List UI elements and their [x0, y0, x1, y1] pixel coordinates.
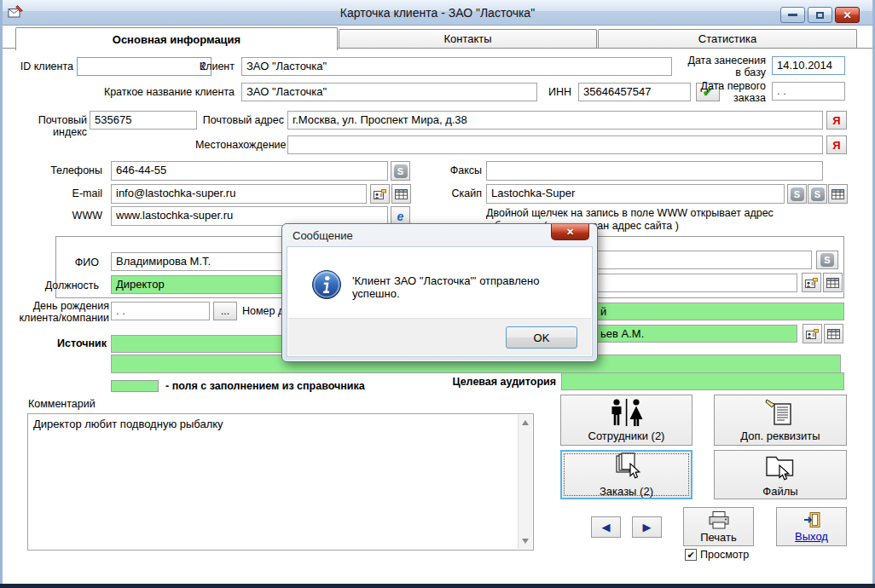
email-label: E-mail [61, 187, 102, 199]
contact-card-icon [374, 189, 386, 199]
close-button[interactable]: ✕ [835, 7, 860, 23]
yandex-map-location-button[interactable]: Я [826, 135, 847, 154]
green-legend-swatch [111, 380, 159, 392]
green-legend-text: - поля с заполнением из справочника [165, 380, 438, 392]
tab-statistics[interactable]: Статистика [598, 29, 857, 48]
yandex-icon: Я [832, 114, 840, 127]
first-order-date-field[interactable]: . . [772, 82, 845, 101]
orders-button-label: Заказы (2) [600, 485, 653, 498]
client-card-window: Карточка клиента - ЗАО "Ласточка" ✕ Осно… [0, 0, 875, 588]
checkbox-check-icon: ✔ [685, 549, 697, 561]
tab-main-info[interactable]: Основная информация [15, 27, 338, 50]
scroll-down-icon[interactable] [522, 539, 529, 544]
skype-call-button-2[interactable]: S [787, 184, 807, 204]
files-button[interactable]: Файлы [714, 450, 847, 499]
skype-list-button[interactable] [828, 184, 848, 204]
dialog-footer: OK [288, 318, 591, 355]
extra-details-button-label: Доп. реквизиты [740, 429, 820, 442]
fio-label: ФИО [49, 257, 99, 268]
scroll-up-icon[interactable] [522, 420, 529, 425]
employees-button-label: Сотрудники (2) [588, 429, 665, 442]
dialog-ok-button[interactable]: OK [506, 326, 577, 349]
inn-label: ИНН [541, 86, 571, 98]
www-label: WWW [61, 210, 102, 222]
title-bar[interactable]: Карточка клиента - ЗАО "Ласточка" ✕ [0, 0, 875, 26]
tab-contacts[interactable]: Контакты [339, 29, 597, 48]
client-id-label: ID клиента [12, 61, 73, 72]
people-icon [607, 399, 646, 426]
table-icon [395, 189, 408, 199]
orders-button[interactable]: Заказы (2) [560, 450, 692, 499]
next-record-button[interactable]: ▶ [632, 516, 662, 538]
source-label: Источник [43, 337, 107, 349]
contact-card-icon [805, 278, 818, 288]
email-field[interactable]: info@lastochka-super.ru [111, 184, 367, 204]
manager-list-button[interactable] [824, 324, 843, 343]
minimize-icon [788, 14, 797, 16]
postal-code-label: Почтовый индекс [2, 114, 87, 138]
table-icon [826, 278, 839, 288]
faxes-field[interactable] [486, 161, 823, 181]
prev-arrow-icon: ◀ [602, 521, 611, 533]
contact-skype-button[interactable]: S [816, 251, 838, 269]
employees-button[interactable]: Сотрудники (2) [560, 395, 692, 446]
files-button-label: Файлы [762, 485, 797, 498]
skype-icon: S [820, 253, 834, 267]
inn-field[interactable]: 35646457547 [578, 83, 691, 101]
minimize-button[interactable] [780, 7, 805, 23]
preview-checkbox[interactable]: ✔ Просмотр [685, 549, 749, 561]
tab-contacts-label: Контакты [443, 32, 491, 45]
document-pen-icon [765, 399, 796, 426]
exit-button-label: Выход [795, 530, 828, 543]
skype-add-icon: S [811, 187, 825, 201]
short-name-label: Краткое название клиента [92, 86, 235, 98]
skype-add-button[interactable]: S [808, 184, 827, 204]
extra-details-button[interactable]: Доп. реквизиты [714, 395, 847, 446]
table-icon [832, 189, 844, 199]
maximize-icon [816, 12, 824, 19]
location-label: Местонахождение [195, 139, 284, 151]
postal-address-field[interactable]: г.Москва, ул. Проспект Мира, д.38 [287, 111, 823, 130]
dialog-message: 'Клиент ЗАО "Ласточка"' отправлено успеш… [352, 274, 583, 300]
dialog-body: 'Клиент ЗАО "Ласточка"' отправлено успеш… [287, 246, 593, 357]
phones-field[interactable]: 646-44-55 [111, 161, 388, 181]
location-field[interactable] [287, 135, 823, 154]
print-button-label: Печать [700, 531, 737, 544]
postal-code-field[interactable]: 535675 [90, 111, 197, 130]
manager-contact-button[interactable] [803, 324, 822, 343]
maximize-button[interactable] [808, 7, 832, 23]
prev-record-button[interactable]: ◀ [591, 516, 621, 538]
target-audience-field[interactable] [561, 372, 844, 390]
birthday-field[interactable]: . . [111, 302, 210, 320]
birthday-picker-button[interactable]: ... [213, 302, 237, 320]
comment-label: Комментарий [28, 398, 130, 410]
date-added-field[interactable]: 14.10.2014 [772, 56, 845, 75]
print-button[interactable]: Печать [683, 507, 754, 546]
window-border-bottom [0, 584, 875, 588]
contact-email-list-button[interactable] [823, 273, 843, 292]
skype-call-button[interactable]: S [391, 161, 410, 181]
folder-icon [762, 453, 798, 481]
faxes-label: Факсы [441, 164, 482, 176]
internet-explorer-icon: e [397, 210, 404, 223]
info-icon [311, 269, 342, 300]
dialog-close-icon: ✕ [566, 227, 574, 238]
send-email-button[interactable] [370, 184, 390, 204]
orders-pages-icon [610, 453, 644, 481]
skype-field[interactable]: Lastochka-Super [486, 184, 785, 204]
short-name-field[interactable]: ЗАО "Ласточка" [241, 83, 537, 101]
yandex-map-address-button[interactable]: Я [826, 111, 847, 130]
email-list-button[interactable] [391, 184, 411, 204]
birthday-label: День рождения клиента/компании [7, 300, 109, 324]
dialog-close-button[interactable]: ✕ [551, 224, 589, 240]
yandex-icon: Я [832, 139, 840, 152]
comment-scrollbar[interactable] [518, 415, 532, 549]
close-icon: ✕ [843, 9, 851, 21]
table-icon [827, 329, 840, 339]
contact-email-send-button[interactable] [802, 273, 821, 292]
printer-icon [708, 510, 730, 529]
exit-button[interactable]: Выход [776, 507, 847, 546]
comment-textarea[interactable]: Директор любит подводную рыбалку [27, 413, 534, 551]
client-name-field[interactable]: ЗАО "Ласточка" [241, 57, 672, 76]
phones-label: Телефоны [44, 164, 102, 176]
